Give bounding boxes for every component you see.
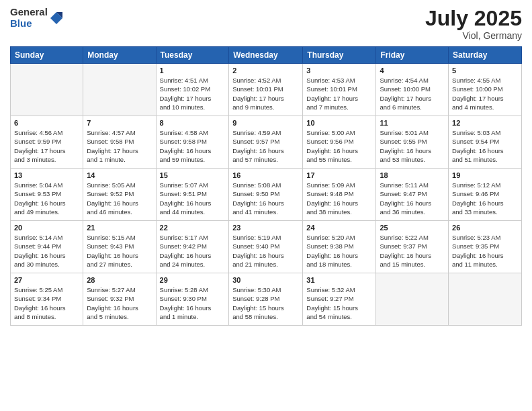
day-info: Sunrise: 5:12 AMSunset: 9:46 PMDaylight:… <box>452 181 518 216</box>
day-number: 12 <box>452 119 518 127</box>
month-title: July 2025 <box>425 7 522 30</box>
logo-icon <box>50 12 62 24</box>
col-thursday: Thursday <box>303 47 376 64</box>
day-number: 17 <box>306 171 372 179</box>
day-number: 18 <box>380 171 445 179</box>
logo-blue: Blue <box>10 18 48 30</box>
day-info: Sunrise: 4:57 AMSunset: 9:58 PMDaylight:… <box>87 128 152 164</box>
day-info: Sunrise: 4:59 AMSunset: 9:57 PMDaylight:… <box>232 128 299 164</box>
day-cell: 3Sunrise: 4:53 AMSunset: 10:01 PMDayligh… <box>303 64 376 116</box>
day-cell: 18Sunrise: 5:11 AMSunset: 9:47 PMDayligh… <box>376 169 449 221</box>
day-cell: 14Sunrise: 5:05 AMSunset: 9:52 PMDayligh… <box>83 169 156 221</box>
day-info: Sunrise: 4:51 AMSunset: 10:02 PMDaylight… <box>160 76 226 111</box>
day-cell: 1Sunrise: 4:51 AMSunset: 10:02 PMDayligh… <box>156 64 229 116</box>
day-number: 13 <box>14 171 79 179</box>
day-number: 24 <box>306 224 372 232</box>
day-info: Sunrise: 4:58 AMSunset: 9:58 PMDaylight:… <box>160 128 226 164</box>
day-info: Sunrise: 5:17 AMSunset: 9:42 PMDaylight:… <box>160 233 226 269</box>
day-cell: 19Sunrise: 5:12 AMSunset: 9:46 PMDayligh… <box>449 169 522 221</box>
day-number: 11 <box>380 119 445 127</box>
day-number: 30 <box>232 276 299 284</box>
day-cell: 17Sunrise: 5:09 AMSunset: 9:48 PMDayligh… <box>303 169 376 221</box>
day-cell: 6Sunrise: 4:56 AMSunset: 9:59 PMDaylight… <box>11 116 83 169</box>
day-cell <box>11 64 83 116</box>
day-cell: 11Sunrise: 5:01 AMSunset: 9:55 PMDayligh… <box>376 116 449 169</box>
col-wednesday: Wednesday <box>229 47 303 64</box>
day-number: 16 <box>232 171 299 179</box>
day-cell: 29Sunrise: 5:28 AMSunset: 9:30 PMDayligh… <box>156 273 229 326</box>
day-number: 7 <box>87 119 152 127</box>
day-cell: 21Sunrise: 5:15 AMSunset: 9:43 PMDayligh… <box>83 221 156 273</box>
col-monday: Monday <box>83 47 156 64</box>
week-row-1: 6Sunrise: 4:56 AMSunset: 9:59 PMDaylight… <box>11 116 522 169</box>
day-cell: 24Sunrise: 5:20 AMSunset: 9:38 PMDayligh… <box>303 221 376 273</box>
day-info: Sunrise: 5:00 AMSunset: 9:56 PMDaylight:… <box>306 128 372 164</box>
day-cell: 7Sunrise: 4:57 AMSunset: 9:58 PMDaylight… <box>83 116 156 169</box>
day-number: 8 <box>160 119 226 127</box>
calendar-body: 1Sunrise: 4:51 AMSunset: 10:02 PMDayligh… <box>11 64 522 326</box>
day-number: 14 <box>87 171 152 179</box>
day-cell <box>449 273 522 326</box>
calendar-header: Sunday Monday Tuesday Wednesday Thursday… <box>11 47 522 64</box>
day-cell: 13Sunrise: 5:04 AMSunset: 9:53 PMDayligh… <box>11 169 83 221</box>
day-info: Sunrise: 5:03 AMSunset: 9:54 PMDaylight:… <box>452 128 518 164</box>
header: General Blue July 2025 Viol, Germany <box>10 7 522 41</box>
day-number: 9 <box>232 119 299 127</box>
day-cell <box>376 273 449 326</box>
day-number: 28 <box>87 276 152 284</box>
day-info: Sunrise: 5:27 AMSunset: 9:32 PMDaylight:… <box>87 285 152 321</box>
day-info: Sunrise: 5:15 AMSunset: 9:43 PMDaylight:… <box>87 233 152 269</box>
day-info: Sunrise: 5:11 AMSunset: 9:47 PMDaylight:… <box>380 181 445 216</box>
day-cell: 25Sunrise: 5:22 AMSunset: 9:37 PMDayligh… <box>376 221 449 273</box>
day-info: Sunrise: 5:28 AMSunset: 9:30 PMDaylight:… <box>160 285 226 321</box>
day-cell: 26Sunrise: 5:23 AMSunset: 9:35 PMDayligh… <box>449 221 522 273</box>
week-row-2: 13Sunrise: 5:04 AMSunset: 9:53 PMDayligh… <box>11 169 522 221</box>
col-sunday: Sunday <box>11 47 83 64</box>
col-saturday: Saturday <box>449 47 522 64</box>
day-info: Sunrise: 5:19 AMSunset: 9:40 PMDaylight:… <box>232 233 299 269</box>
day-info: Sunrise: 5:09 AMSunset: 9:48 PMDaylight:… <box>306 181 372 216</box>
day-cell: 31Sunrise: 5:32 AMSunset: 9:27 PMDayligh… <box>303 273 376 326</box>
day-cell: 2Sunrise: 4:52 AMSunset: 10:01 PMDayligh… <box>229 64 303 116</box>
day-info: Sunrise: 5:25 AMSunset: 9:34 PMDaylight:… <box>14 285 79 321</box>
week-row-0: 1Sunrise: 4:51 AMSunset: 10:02 PMDayligh… <box>11 64 522 116</box>
day-info: Sunrise: 5:07 AMSunset: 9:51 PMDaylight:… <box>160 181 226 216</box>
day-info: Sunrise: 4:53 AMSunset: 10:01 PMDaylight… <box>306 76 372 111</box>
day-cell: 15Sunrise: 5:07 AMSunset: 9:51 PMDayligh… <box>156 169 229 221</box>
day-cell: 10Sunrise: 5:00 AMSunset: 9:56 PMDayligh… <box>303 116 376 169</box>
day-number: 3 <box>306 66 372 75</box>
logo-general: General <box>10 7 48 18</box>
day-number: 31 <box>306 276 372 284</box>
day-number: 29 <box>160 276 226 284</box>
day-number: 6 <box>14 119 79 127</box>
day-cell: 12Sunrise: 5:03 AMSunset: 9:54 PMDayligh… <box>449 116 522 169</box>
day-cell: 20Sunrise: 5:14 AMSunset: 9:44 PMDayligh… <box>11 221 83 273</box>
day-cell: 22Sunrise: 5:17 AMSunset: 9:42 PMDayligh… <box>156 221 229 273</box>
day-info: Sunrise: 5:30 AMSunset: 9:28 PMDaylight:… <box>232 285 299 321</box>
logo: General Blue <box>10 7 62 29</box>
day-info: Sunrise: 5:08 AMSunset: 9:50 PMDaylight:… <box>232 181 299 216</box>
location: Viol, Germany <box>425 30 522 41</box>
day-info: Sunrise: 4:52 AMSunset: 10:01 PMDaylight… <box>232 76 299 111</box>
day-info: Sunrise: 5:20 AMSunset: 9:38 PMDaylight:… <box>306 233 372 269</box>
page: General Blue July 2025 Viol, Germany Sun… <box>0 0 532 411</box>
col-tuesday: Tuesday <box>156 47 229 64</box>
day-cell: 9Sunrise: 4:59 AMSunset: 9:57 PMDaylight… <box>229 116 303 169</box>
day-info: Sunrise: 5:22 AMSunset: 9:37 PMDaylight:… <box>380 233 445 269</box>
day-number: 1 <box>160 66 226 75</box>
day-number: 19 <box>452 171 518 179</box>
day-number: 23 <box>232 224 299 232</box>
day-info: Sunrise: 4:54 AMSunset: 10:00 PMDaylight… <box>380 76 445 111</box>
day-number: 5 <box>452 66 518 75</box>
day-info: Sunrise: 5:23 AMSunset: 9:35 PMDaylight:… <box>452 233 518 269</box>
day-cell <box>83 64 156 116</box>
day-cell: 28Sunrise: 5:27 AMSunset: 9:32 PMDayligh… <box>83 273 156 326</box>
calendar-table: Sunday Monday Tuesday Wednesday Thursday… <box>10 46 522 326</box>
day-info: Sunrise: 4:55 AMSunset: 10:00 PMDaylight… <box>452 76 518 111</box>
day-number: 27 <box>14 276 79 284</box>
day-info: Sunrise: 4:56 AMSunset: 9:59 PMDaylight:… <box>14 128 79 164</box>
day-info: Sunrise: 5:32 AMSunset: 9:27 PMDaylight:… <box>306 285 372 321</box>
day-info: Sunrise: 5:05 AMSunset: 9:52 PMDaylight:… <box>87 181 152 216</box>
weekday-row: Sunday Monday Tuesday Wednesday Thursday… <box>11 47 522 64</box>
col-friday: Friday <box>376 47 449 64</box>
